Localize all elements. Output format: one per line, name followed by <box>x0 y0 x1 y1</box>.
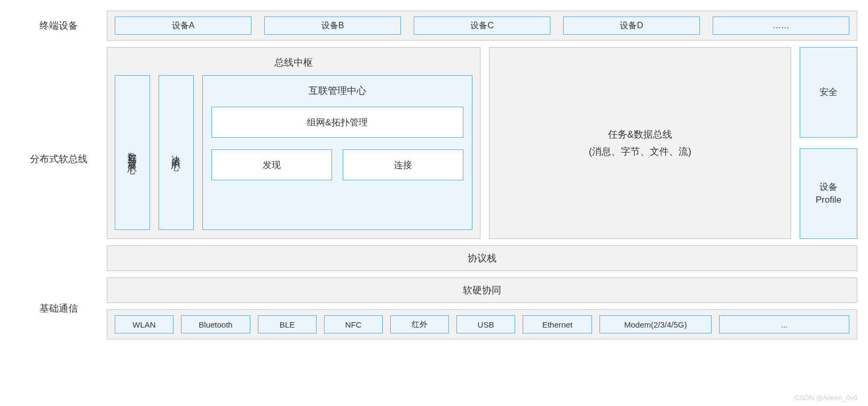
device-box: 设备C <box>414 17 550 35</box>
proto-ethernet: Ethernet <box>523 315 592 333</box>
bus-label: 分布式软总线 <box>11 47 107 271</box>
data-compute-center: 数据与计算中心 <box>115 75 150 230</box>
device-box-more: …… <box>713 17 849 35</box>
task-bus-line2: (消息、字节、文件、流) <box>589 143 691 160</box>
bus-hub: 总线中枢 数据与计算中心 决策中心 互联管理中心 组网&拓扑管理 发现 连接 <box>107 47 480 239</box>
protocols-container: WLAN Bluetooth BLE NFC 红外 USB Ethernet M… <box>107 309 857 339</box>
connect-box: 连接 <box>343 149 463 180</box>
proto-bluetooth: Bluetooth <box>181 315 250 333</box>
interconnect-title: 互联管理中心 <box>211 84 463 97</box>
task-bus-line1: 任务&数据总线 <box>608 126 672 143</box>
device-box: 设备B <box>264 17 401 35</box>
hw-sw-coop: 软硬协同 <box>107 277 857 303</box>
bus-hub-title: 总线中枢 <box>115 56 472 69</box>
task-data-bus: 任务&数据总线 (消息、字节、文件、流) <box>489 47 791 239</box>
interconnect-center: 互联管理中心 组网&拓扑管理 发现 连接 <box>202 75 472 230</box>
proto-usb: USB <box>456 315 515 333</box>
security-box: 安全 <box>800 47 857 138</box>
proto-ir: 红外 <box>390 315 449 333</box>
device-box: 设备A <box>115 17 251 35</box>
decision-center: 决策中心 <box>159 75 194 230</box>
proto-nfc: NFC <box>324 315 383 333</box>
comm-label: 基础通信 <box>11 277 107 339</box>
proto-more: ... <box>719 315 849 333</box>
device-profile-box: 设备 Profile <box>800 148 857 239</box>
topo-mgmt: 组网&拓扑管理 <box>211 107 463 138</box>
devices-label: 终端设备 <box>11 11 107 41</box>
comm-row: 基础通信 软硬协同 WLAN Bluetooth BLE NFC 红外 USB … <box>11 277 857 339</box>
devices-container: 设备A 设备B 设备C 设备D …… <box>107 11 857 41</box>
device-box: 设备D <box>563 17 700 35</box>
protocol-stack: 协议栈 <box>107 245 857 271</box>
proto-wlan: WLAN <box>115 315 173 333</box>
proto-ble: BLE <box>258 315 317 333</box>
right-stack: 安全 设备 Profile <box>800 47 857 239</box>
discover-box: 发现 <box>211 149 332 180</box>
devices-row: 终端设备 设备A 设备B 设备C 设备D …… <box>11 11 857 41</box>
bus-row: 分布式软总线 总线中枢 数据与计算中心 决策中心 互联管理中心 组网&拓扑管理 … <box>11 47 857 271</box>
proto-modem: Modem(2/3/4/5G) <box>599 315 712 333</box>
